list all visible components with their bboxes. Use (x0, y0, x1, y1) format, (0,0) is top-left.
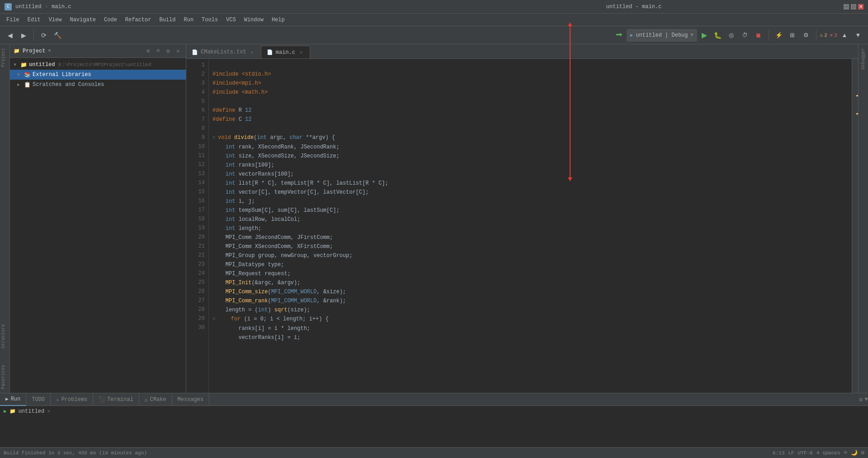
code-content[interactable]: #include <stdio.h> #include<mpi.h> #incl… (209, 59, 852, 393)
warning-icon: ⚠ (820, 32, 823, 38)
run-close-button[interactable]: ✕ (47, 408, 50, 415)
toolbar-separator (33, 30, 34, 41)
tree-arrow-untitled: ▼ (14, 62, 18, 67)
project-close-button[interactable]: ✕ (174, 47, 182, 55)
menu-navigate[interactable]: Navigate (66, 15, 99, 24)
error-badge[interactable]: ✕ 2 (830, 32, 837, 38)
cmakelists-icon: 📄 (192, 49, 198, 55)
cmake-tab-label: CMake (150, 396, 166, 403)
minimize-button[interactable]: ─ (844, 4, 849, 10)
moon-icon[interactable]: 🌙 (851, 449, 858, 456)
tab-close-cmakelists[interactable]: ✕ (249, 49, 255, 55)
status-bar: Build finished in 3 sec, 455 ms (19 minu… (0, 447, 868, 458)
window-title: untitled - main.c (424, 4, 844, 10)
bottom-settings-button[interactable]: ⚙ (859, 396, 863, 403)
toolbar: ◀ ▶ ⟳ 🔨 ⮕ ▶ untitled | Debug ▼ ▶ 🐛 ◎ ⏱ ◼… (0, 26, 868, 44)
menu-edit[interactable]: Edit (24, 15, 44, 24)
bottom-settings: ⚙ ▼ (859, 396, 868, 403)
settings-button[interactable]: ⚙ (800, 29, 812, 42)
warning-badge[interactable]: ⚠ 2 (820, 32, 827, 38)
bottom-tab-messages[interactable]: Messages (172, 393, 210, 406)
tree-item-untitled[interactable]: ▼ 📁 untitled E:\Projects\MPIProject\unti… (10, 60, 186, 70)
mainc-icon: 📄 (267, 49, 273, 55)
structure-tab[interactable]: Structure (0, 320, 9, 352)
toolbar-warnings: ⚠ 2 ✕ 2 ▲ ▼ (820, 29, 864, 42)
layout-button[interactable]: ⊞ (786, 29, 799, 42)
scratches-icon: 📋 (24, 81, 31, 88)
tree-label-untitled: untitled (29, 62, 55, 68)
charset[interactable]: UTF-8 (798, 450, 813, 456)
run-config-dropdown[interactable]: ▶ untitled | Debug ▼ (627, 29, 697, 42)
title-bar-controls: ─ □ ✕ (844, 4, 863, 10)
project-settings-button[interactable]: ⚙ (164, 47, 172, 55)
project-title: Project (23, 48, 45, 54)
nav-back-button[interactable]: ◀ (4, 29, 16, 42)
bottom-tab-todo[interactable]: TODO (26, 393, 51, 406)
nav-forward-button[interactable]: ▶ (17, 29, 30, 42)
tab-bar: 📄 CMakeLists.txt ✕ 📄 main.c ✕ (186, 44, 858, 59)
bottom-tab-problems[interactable]: ⚠ Problems (51, 393, 93, 406)
run-tab-icon: ▶ (5, 396, 9, 402)
debugger-tab[interactable]: Debugger (861, 46, 866, 72)
bottom-tab-cmake[interactable]: △ CMake (139, 393, 172, 406)
project-locate-button[interactable]: ⊕ (144, 47, 152, 55)
warning-count: 2 (824, 33, 827, 38)
menu-run[interactable]: Run (180, 15, 197, 24)
power-save-button[interactable]: ⚡ (773, 29, 785, 42)
cursor-position[interactable]: 6:13 (773, 450, 784, 456)
favorites-tab[interactable]: Favorites (0, 361, 9, 393)
project-header: 📁 Project ▼ ⊕ ≡ ⚙ ✕ (10, 44, 186, 58)
run-title-text: untitled (19, 408, 45, 415)
gutter-warning-marker (856, 95, 858, 96)
tab-close-mainc[interactable]: ✕ (298, 49, 304, 56)
tree-arrow-scratches: ▶ (17, 82, 22, 87)
close-button[interactable]: ✕ (858, 4, 863, 10)
toolbar-sep3 (816, 30, 816, 41)
run-config-label: untitled | Debug (636, 32, 688, 38)
tree-path-untitled: E:\Projects\MPIProject\untitled (59, 62, 151, 67)
terminal-tab-icon: ⬛ (99, 396, 105, 402)
title-bar-left: C untitled › main.c (5, 3, 424, 10)
coverage-button[interactable]: ◎ (725, 29, 738, 42)
bottom-tab-run[interactable]: ▶ Run (0, 393, 26, 406)
project-collapse-button[interactable]: ≡ (154, 47, 162, 55)
menu-vcs[interactable]: VCS (222, 15, 240, 24)
menu-tools[interactable]: Tools (198, 15, 222, 24)
tree-item-scratches[interactable]: ▶ 📋 Scratches and Consoles (10, 80, 186, 90)
tree-item-external-libraries[interactable]: ▼ 📚 External Libraries (10, 70, 186, 80)
file-breadcrumb: main.c (52, 4, 71, 10)
right-side-panel: Debugger (858, 44, 868, 393)
status-settings-button[interactable]: ⚙ (861, 449, 864, 456)
stop-button[interactable]: ◼ (752, 29, 765, 42)
toolbar-nav-green[interactable]: ⮕ (613, 29, 626, 42)
tab-label-cmakelists: CMakeLists.txt (201, 49, 246, 55)
run-tab-label: Run (11, 396, 21, 402)
keyboard-icon[interactable]: ⌨ (844, 449, 847, 456)
bottom-minimize-button[interactable]: ▼ (864, 396, 868, 403)
profile-button[interactable]: ⏱ (739, 29, 751, 42)
bottom-tab-terminal[interactable]: ⬛ Terminal (93, 393, 139, 406)
line-ending[interactable]: LF (788, 450, 794, 456)
build-button[interactable]: 🔨 (51, 29, 64, 42)
sync-button[interactable]: ⟳ (38, 29, 50, 42)
title-bar: C untitled › main.c untitled - main.c ─ … (0, 0, 868, 14)
menu-build[interactable]: Build (156, 15, 179, 24)
menu-refactor[interactable]: Refactor (122, 15, 155, 24)
warnings-up-button[interactable]: ▲ (838, 29, 851, 42)
menu-code[interactable]: Code (100, 15, 121, 24)
tab-cmakelists[interactable]: 📄 CMakeLists.txt ✕ (186, 46, 261, 58)
menu-file[interactable]: File (3, 15, 23, 24)
debug-button[interactable]: 🐛 (712, 29, 724, 42)
maximize-button[interactable]: □ (851, 4, 856, 10)
messages-tab-label: Messages (178, 396, 204, 403)
menu-view[interactable]: View (45, 15, 66, 24)
left-side-panel: Project Structure Favorites (0, 44, 10, 393)
indent-setting[interactable]: 4 spaces (816, 450, 840, 456)
menu-help[interactable]: Help (268, 15, 288, 24)
right-gutter (852, 59, 858, 393)
warnings-down-button[interactable]: ▼ (852, 29, 864, 42)
project-tab[interactable]: Project (0, 44, 9, 71)
run-button[interactable]: ▶ (698, 29, 711, 42)
menu-window[interactable]: Window (241, 15, 267, 24)
tab-mainc[interactable]: 📄 main.c ✕ (261, 46, 310, 58)
